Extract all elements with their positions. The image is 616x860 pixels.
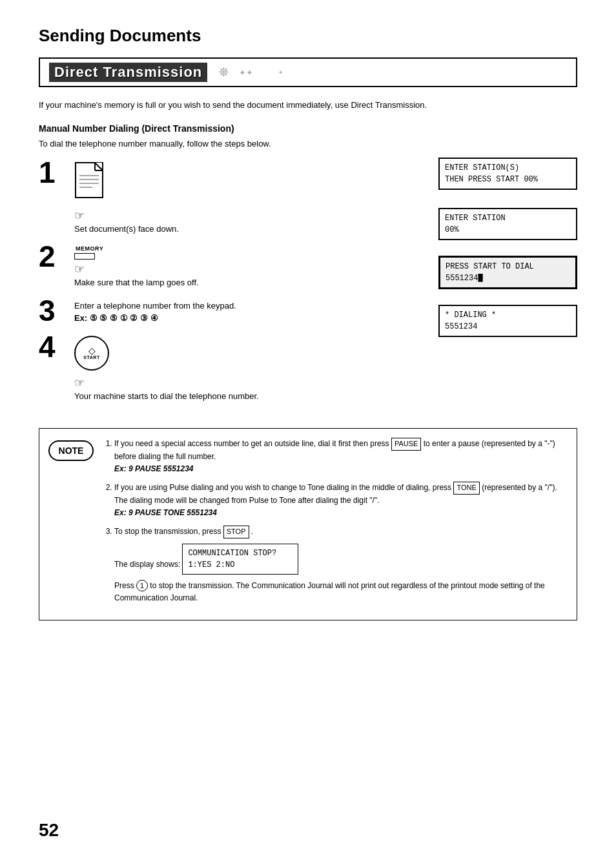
- step-3-text: Enter a telephone number from the keypad…: [74, 300, 426, 325]
- note-badge: NOTE: [48, 440, 94, 461]
- subsection-title: Manual Number Dialing (Direct Transmissi…: [39, 123, 577, 134]
- panel-2-line1: ENTER STATION: [445, 212, 571, 224]
- stop-button: STOP: [223, 526, 249, 538]
- step-3-number: 3: [39, 296, 74, 325]
- note-item-1: If you need a special access number to g…: [114, 438, 568, 475]
- panel-1-line2: THEN PRESS START 00%: [445, 174, 571, 185]
- panels-right: ENTER STATION(S) THEN PRESS START 00% EN…: [438, 158, 577, 409]
- page-title: Sending Documents: [39, 26, 577, 46]
- step-3: 3 Enter a telephone number from the keyp…: [39, 296, 426, 325]
- intro-text: If your machine's memory is full or you …: [39, 99, 577, 112]
- document-icon: [74, 161, 110, 201]
- step-1-hand: ☞: [74, 209, 426, 223]
- display-panel-2: ENTER STATION 00%: [438, 208, 577, 240]
- subsection-intro: To dial the telephone number manually, f…: [39, 139, 577, 148]
- start-button-icon: ◇ START: [74, 336, 426, 371]
- note-1-example: Ex: 9 PAUSE 5551234: [114, 464, 194, 473]
- banner-deco2: ✦✦: [239, 68, 253, 77]
- panel-3-line2: 5551234█: [446, 272, 570, 284]
- step-1: 1 ☞: [39, 158, 426, 236]
- memory-icon: MEMORY: [74, 245, 426, 260]
- note-item-3: To stop the transmission, press STOP . T…: [114, 526, 568, 604]
- step-2-number: 2: [39, 241, 74, 271]
- page-number: 52: [39, 820, 59, 841]
- note-item-2: If you are using Pulse dialing and you w…: [114, 482, 568, 519]
- section-banner: Direct Transmission ❊ ✦✦ ✦: [39, 57, 577, 87]
- display-panel-1: ENTER STATION(S) THEN PRESS START 00%: [438, 158, 577, 190]
- step-1-icon: [74, 161, 426, 203]
- step-4-number: 4: [39, 332, 74, 362]
- panel-3-line1: PRESS START TO DIAL: [446, 261, 570, 272]
- step-1-number: 1: [39, 158, 74, 187]
- content-wrapper: 1 ☞: [39, 158, 577, 409]
- step-3-example: Ex: ⑤ ⑤ ⑤ ① ② ③ ④: [74, 313, 158, 323]
- display-panel-4: * DIALING * 5551234: [438, 305, 577, 337]
- step-4-hand: ☞: [74, 376, 426, 390]
- pause-button: PAUSE: [391, 438, 421, 451]
- tone-button: TONE: [453, 482, 479, 495]
- step-3-content: Enter a telephone number from the keypad…: [74, 296, 426, 325]
- note-content: If you need a special access number to g…: [104, 438, 568, 611]
- step-2-text: Make sure that the lamp goes off.: [74, 276, 426, 289]
- display-panel-3: PRESS START TO DIAL 5551234█: [438, 256, 577, 289]
- step-1-content: ☞ Set document(s) face down.: [74, 158, 426, 236]
- banner-deco3: ✦: [278, 68, 283, 77]
- start-label: START: [83, 355, 99, 360]
- panel-2-line2: 00%: [445, 224, 571, 236]
- svg-rect-0: [76, 163, 103, 198]
- memory-label: MEMORY: [76, 245, 103, 252]
- comm-line1: COMMUNICATION STOP?: [188, 548, 293, 559]
- banner-title: Direct Transmission: [49, 63, 207, 82]
- panel-1-line1: ENTER STATION(S): [445, 162, 571, 174]
- comm-display: COMMUNICATION STOP? 1:YES 2:NO: [182, 544, 298, 575]
- step-2-content: MEMORY ☞ Make sure that the lamp goes of…: [74, 241, 426, 289]
- banner-deco1: ❊: [219, 65, 229, 79]
- note-2-example: Ex: 9 PAUSE TONE 5551234: [114, 508, 217, 517]
- memory-rect: [74, 253, 95, 260]
- panel-4-line2: 5551234: [445, 321, 571, 333]
- circle-1: 1: [136, 580, 148, 591]
- step-4-text: Your machine starts to dial the telephon…: [74, 390, 426, 403]
- panel-4-line1: * DIALING *: [445, 309, 571, 321]
- note-section: NOTE If you need a special access number…: [39, 428, 577, 620]
- start-diamond: ◇: [88, 346, 96, 355]
- steps-left: 1 ☞: [39, 158, 426, 409]
- comm-line2: 1:YES 2:NO: [188, 559, 293, 571]
- step-2: 2 MEMORY ☞ Make sure that the lamp goes …: [39, 241, 426, 289]
- step-2-hand: ☞: [74, 262, 426, 276]
- step-4-content: ◇ START ☞ Your machine starts to dial th…: [74, 332, 426, 403]
- step-1-text: Set document(s) face down.: [74, 223, 426, 236]
- step-4: 4 ◇ START ☞ Your machine starts to dial …: [39, 332, 426, 403]
